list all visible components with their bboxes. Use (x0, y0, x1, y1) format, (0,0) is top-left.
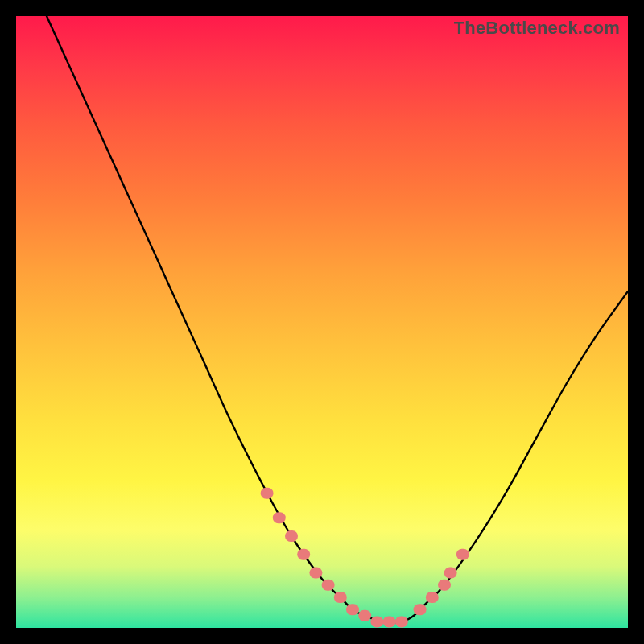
curve-marker (334, 592, 347, 603)
curve-marker (273, 512, 286, 523)
curve-marker (426, 592, 439, 603)
curve-marker (444, 568, 457, 579)
curve-marker (358, 610, 371, 621)
curve-marker (261, 488, 274, 499)
curve-marker (370, 616, 383, 627)
curve-marker (456, 549, 469, 560)
curve-marker (346, 604, 359, 615)
curve-marker (395, 616, 408, 627)
marker-group (261, 488, 469, 628)
bottleneck-curve-path (47, 16, 628, 622)
curve-marker (285, 530, 298, 542)
watermark-text: TheBottleneck.com (454, 18, 620, 39)
chart-svg (16, 16, 628, 628)
curve-marker (383, 616, 396, 627)
curve-marker (322, 580, 335, 591)
curve-marker (297, 549, 310, 560)
curve-marker (438, 580, 451, 591)
curve-marker (309, 568, 322, 579)
curve-marker (414, 604, 427, 615)
chart-plot-area: TheBottleneck.com (16, 16, 628, 628)
